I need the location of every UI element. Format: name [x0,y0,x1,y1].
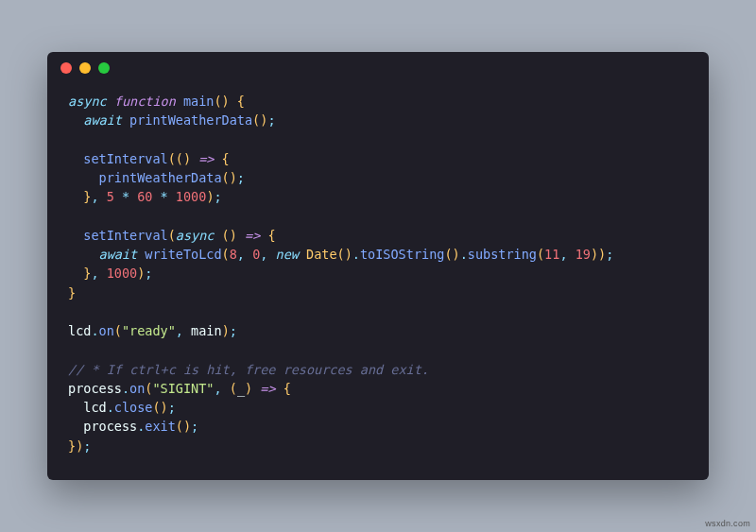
code-window: async function main() { await printWeath… [47,52,709,480]
close-icon[interactable] [60,62,72,74]
watermark: wsxdn.com [705,519,750,528]
zoom-icon[interactable] [98,62,110,74]
code-editor-content: async function main() { await printWeath… [47,84,709,480]
minimize-icon[interactable] [79,62,91,74]
window-titlebar [47,52,709,84]
